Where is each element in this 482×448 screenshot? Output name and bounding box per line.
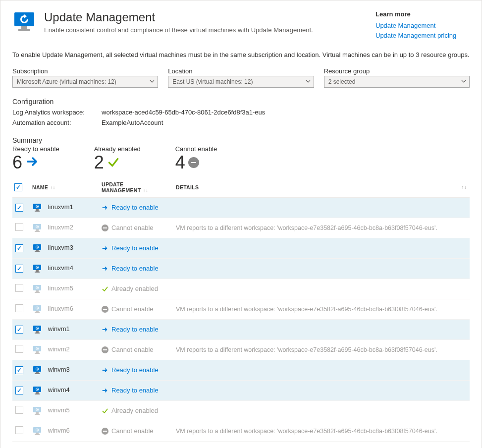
svg-rect-30 <box>35 333 40 334</box>
summary-cannot-label: Cannot enable <box>175 145 217 153</box>
svg-rect-18 <box>35 272 40 273</box>
status-text: Ready to enable <box>111 326 159 333</box>
row-checkbox <box>15 304 23 312</box>
status-text: Cannot enable <box>111 427 154 435</box>
vm-icon <box>32 386 42 395</box>
status-cell: Ready to enable <box>99 319 173 339</box>
subscription-value: Microsoft Azure (virtual machines: 12) <box>17 78 116 85</box>
configuration-title: Configuration <box>0 98 482 106</box>
config-key: Automation account: <box>12 118 102 128</box>
vm-name: winvm5 <box>48 406 70 414</box>
summary-ready-value: 6 <box>12 154 22 171</box>
row-checkbox <box>15 345 23 353</box>
status-cell: Cannot enable <box>99 339 173 360</box>
svg-rect-17 <box>36 270 39 272</box>
svg-rect-2 <box>18 29 30 31</box>
resource-group-select[interactable]: 2 selected <box>324 76 470 88</box>
config-value: workspace-aced4c59-65db-470c-8061-2dce6f… <box>102 108 265 118</box>
status-cell: Ready to enable <box>99 380 173 400</box>
svg-rect-37 <box>36 372 39 373</box>
svg-rect-38 <box>35 373 40 374</box>
vm-icon <box>32 325 42 335</box>
vm-icon <box>32 223 42 233</box>
table-row[interactable]: linuxvm4 Ready to enable <box>12 258 470 279</box>
summary-already-label: Already enabled <box>94 145 141 153</box>
info-line: To enable Update Management, all selecte… <box>0 44 482 67</box>
vm-name: winvm4 <box>48 386 70 393</box>
header: Update Management Enable consistent cont… <box>0 0 482 44</box>
table-row[interactable]: winvm6 Cannot enable VM reports to a dif… <box>12 421 470 441</box>
summary-already-value: 2 <box>94 154 104 171</box>
sort-icon: ↑↓ <box>48 185 55 190</box>
details-text: VM reports to a different workspace: 'wo… <box>176 224 437 231</box>
summary-already: Already enabled 2 <box>94 145 141 171</box>
check-icon <box>107 154 120 171</box>
learn-more-link[interactable]: Update Management pricing <box>375 31 470 41</box>
sort-icon: ↑↓ <box>141 188 148 193</box>
table-row[interactable]: linuxvm2 Cannot enable VM reports to a d… <box>12 218 470 238</box>
vm-icon <box>32 345 42 355</box>
svg-rect-10 <box>35 231 40 232</box>
svg-rect-3 <box>191 162 196 163</box>
svg-rect-46 <box>35 414 40 415</box>
row-checkbox[interactable] <box>15 387 23 394</box>
table-row[interactable]: linuxvm5 Already enabled <box>12 279 470 299</box>
table-row[interactable]: linuxvm3 Ready to enable <box>12 238 470 258</box>
svg-rect-26 <box>35 312 40 313</box>
status-cell: Ready to enable <box>99 238 173 258</box>
row-checkbox[interactable] <box>15 366 23 374</box>
status-cell: Cannot enable <box>99 299 173 319</box>
svg-rect-6 <box>35 211 40 212</box>
vm-icon <box>32 426 42 436</box>
selector-row: Subscription Microsoft Azure (virtual ma… <box>0 67 482 97</box>
location-select[interactable]: East US (virtual machines: 12) <box>168 76 314 88</box>
status-cell: Already enabled <box>99 400 173 421</box>
vm-icon <box>32 304 42 314</box>
configuration-rows: Log Analytics workspace: workspace-aced4… <box>0 106 482 136</box>
learn-more-title: Learn more <box>375 10 470 18</box>
status-cell: Cannot enable <box>99 421 173 441</box>
update-management-icon <box>12 10 36 34</box>
svg-rect-45 <box>36 412 39 414</box>
row-checkbox[interactable] <box>15 326 23 334</box>
table-row[interactable]: linuxvm1 Ready to enable <box>12 197 470 218</box>
status-text: Already enabled <box>111 407 158 414</box>
table-row[interactable]: winvm3 Ready to enable <box>12 360 470 380</box>
location-label: Location <box>168 67 314 75</box>
vm-name: linuxvm2 <box>48 224 73 231</box>
svg-rect-42 <box>35 393 40 394</box>
details-text: VM reports to a different workspace: 'wo… <box>176 306 437 313</box>
arrow-right-icon <box>25 154 39 171</box>
summary-cannot: Cannot enable 4 <box>175 145 217 171</box>
status-cell: Cannot enable <box>99 218 173 238</box>
subscription-select[interactable]: Microsoft Azure (virtual machines: 12) <box>12 76 158 88</box>
svg-rect-1 <box>21 26 27 29</box>
status-cell: Ready to enable <box>99 360 173 380</box>
vm-icon <box>32 365 42 375</box>
table-row[interactable]: winvm2 Cannot enable VM reports to a dif… <box>12 339 470 360</box>
svg-rect-21 <box>36 290 39 292</box>
status-text: Ready to enable <box>111 366 159 374</box>
column-name[interactable]: NAME↑↓ <box>29 177 99 198</box>
column-details[interactable]: DETAILS↑↓ <box>173 177 470 198</box>
location-value: East US (virtual machines: 12) <box>172 78 253 85</box>
row-checkbox[interactable] <box>15 244 23 252</box>
table-row[interactable]: winvm4 Ready to enable <box>12 380 470 400</box>
summary: Summary Ready to enable 6 Already enable… <box>0 136 482 177</box>
table-row[interactable]: winvm1 Ready to enable <box>12 319 470 339</box>
chevron-down-icon <box>306 78 311 85</box>
row-checkbox[interactable] <box>15 204 23 212</box>
row-checkbox[interactable] <box>15 265 23 273</box>
status-text: Cannot enable <box>111 224 154 231</box>
table-row[interactable]: winvm5 Already enabled <box>12 400 470 421</box>
table-row[interactable]: linuxvm6 Cannot enable VM reports to a d… <box>12 299 470 319</box>
svg-rect-9 <box>36 229 39 231</box>
select-all-checkbox[interactable] <box>14 183 22 191</box>
vm-icon <box>32 264 42 274</box>
dash-circle-icon <box>102 306 108 313</box>
column-update-management[interactable]: UPDATE MANAGEMENT↑↓ <box>99 177 173 198</box>
sort-icon: ↑↓ <box>459 184 467 190</box>
vm-name: linuxvm4 <box>48 264 73 272</box>
learn-more-link[interactable]: Update Management <box>375 21 470 31</box>
status-text: Cannot enable <box>111 346 154 353</box>
